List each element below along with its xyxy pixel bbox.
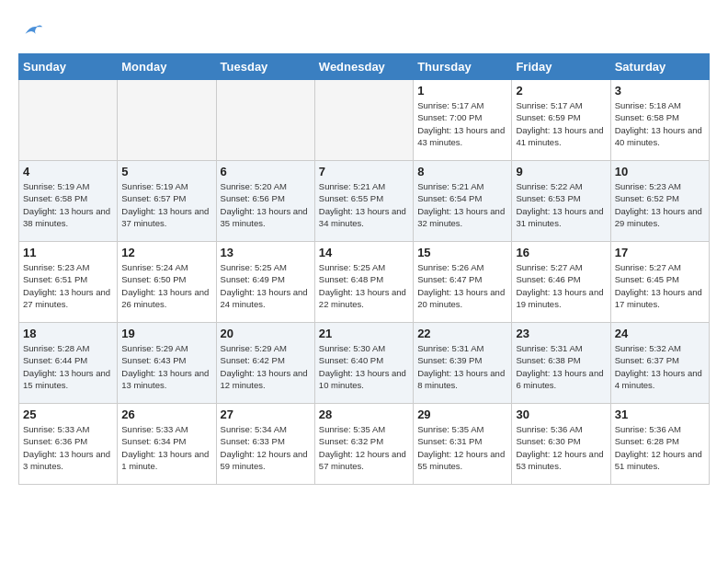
calendar-cell: 24Sunrise: 5:32 AM Sunset: 6:37 PM Dayli…	[610, 323, 709, 404]
day-number: 29	[417, 408, 507, 421]
day-number: 20	[221, 327, 311, 340]
day-number: 15	[417, 246, 507, 259]
day-number: 28	[319, 408, 409, 421]
calendar-cell: 3Sunrise: 5:18 AM Sunset: 6:58 PM Daylig…	[610, 80, 709, 161]
calendar-day-header: Friday	[512, 54, 610, 80]
day-number: 13	[221, 246, 311, 259]
day-info: Sunrise: 5:17 AM Sunset: 7:00 PM Dayligh…	[417, 99, 507, 148]
day-info: Sunrise: 5:27 AM Sunset: 6:46 PM Dayligh…	[516, 261, 606, 310]
day-info: Sunrise: 5:32 AM Sunset: 6:37 PM Dayligh…	[615, 342, 705, 391]
calendar-cell: 15Sunrise: 5:26 AM Sunset: 6:47 PM Dayli…	[414, 242, 512, 323]
day-info: Sunrise: 5:29 AM Sunset: 6:43 PM Dayligh…	[121, 342, 211, 391]
calendar-cell: 27Sunrise: 5:34 AM Sunset: 6:33 PM Dayli…	[216, 404, 314, 485]
day-info: Sunrise: 5:34 AM Sunset: 6:33 PM Dayligh…	[221, 423, 311, 472]
calendar-day-header: Thursday	[414, 54, 512, 80]
calendar-week-row: 11Sunrise: 5:23 AM Sunset: 6:51 PM Dayli…	[19, 242, 710, 323]
day-number: 10	[615, 165, 705, 178]
day-info: Sunrise: 5:25 AM Sunset: 6:48 PM Dayligh…	[319, 261, 409, 310]
day-info: Sunrise: 5:21 AM Sunset: 6:54 PM Dayligh…	[417, 180, 507, 229]
calendar-week-row: 18Sunrise: 5:28 AM Sunset: 6:44 PM Dayli…	[19, 323, 710, 404]
day-number: 19	[121, 327, 211, 340]
calendar-cell: 26Sunrise: 5:33 AM Sunset: 6:34 PM Dayli…	[118, 404, 216, 485]
day-number: 9	[516, 165, 606, 178]
calendar-cell: 30Sunrise: 5:36 AM Sunset: 6:30 PM Dayli…	[512, 404, 610, 485]
day-info: Sunrise: 5:28 AM Sunset: 6:44 PM Dayligh…	[23, 342, 113, 391]
day-number: 4	[23, 165, 113, 178]
calendar-cell: 5Sunrise: 5:19 AM Sunset: 6:57 PM Daylig…	[118, 161, 216, 242]
calendar-cell: 31Sunrise: 5:36 AM Sunset: 6:28 PM Dayli…	[610, 404, 709, 485]
calendar-cell	[216, 80, 314, 161]
day-info: Sunrise: 5:33 AM Sunset: 6:34 PM Dayligh…	[121, 423, 211, 472]
day-number: 5	[121, 165, 211, 178]
calendar-cell: 10Sunrise: 5:23 AM Sunset: 6:52 PM Dayli…	[610, 161, 709, 242]
day-number: 18	[23, 327, 113, 340]
calendar-cell: 6Sunrise: 5:20 AM Sunset: 6:56 PM Daylig…	[216, 161, 314, 242]
calendar-week-row: 1Sunrise: 5:17 AM Sunset: 7:00 PM Daylig…	[19, 80, 710, 161]
calendar-day-header: Tuesday	[216, 54, 314, 80]
calendar-cell: 20Sunrise: 5:29 AM Sunset: 6:42 PM Dayli…	[216, 323, 314, 404]
calendar-cell	[118, 80, 216, 161]
calendar-cell: 2Sunrise: 5:17 AM Sunset: 6:59 PM Daylig…	[512, 80, 610, 161]
day-number: 7	[319, 165, 409, 178]
day-number: 23	[516, 327, 606, 340]
day-info: Sunrise: 5:23 AM Sunset: 6:51 PM Dayligh…	[23, 261, 113, 310]
day-info: Sunrise: 5:22 AM Sunset: 6:53 PM Dayligh…	[516, 180, 606, 229]
calendar-cell	[314, 80, 413, 161]
day-info: Sunrise: 5:19 AM Sunset: 6:57 PM Dayligh…	[121, 180, 211, 229]
calendar-cell: 7Sunrise: 5:21 AM Sunset: 6:55 PM Daylig…	[314, 161, 413, 242]
day-number: 21	[319, 327, 409, 340]
calendar-day-header: Sunday	[19, 54, 118, 80]
day-info: Sunrise: 5:21 AM Sunset: 6:55 PM Dayligh…	[319, 180, 409, 229]
logo-icon	[18, 18, 44, 44]
day-number: 31	[615, 408, 705, 421]
day-info: Sunrise: 5:25 AM Sunset: 6:49 PM Dayligh…	[221, 261, 311, 310]
calendar-cell: 17Sunrise: 5:27 AM Sunset: 6:45 PM Dayli…	[610, 242, 709, 323]
calendar-cell: 28Sunrise: 5:35 AM Sunset: 6:32 PM Dayli…	[314, 404, 413, 485]
day-number: 24	[615, 327, 705, 340]
day-info: Sunrise: 5:23 AM Sunset: 6:52 PM Dayligh…	[615, 180, 705, 229]
day-info: Sunrise: 5:35 AM Sunset: 6:31 PM Dayligh…	[417, 423, 507, 472]
day-info: Sunrise: 5:27 AM Sunset: 6:45 PM Dayligh…	[615, 261, 705, 310]
calendar-cell: 16Sunrise: 5:27 AM Sunset: 6:46 PM Dayli…	[512, 242, 610, 323]
calendar-cell: 22Sunrise: 5:31 AM Sunset: 6:39 PM Dayli…	[414, 323, 512, 404]
day-number: 3	[615, 84, 705, 98]
calendar-cell: 8Sunrise: 5:21 AM Sunset: 6:54 PM Daylig…	[414, 161, 512, 242]
day-info: Sunrise: 5:33 AM Sunset: 6:36 PM Dayligh…	[23, 423, 113, 472]
day-number: 22	[417, 327, 507, 340]
day-info: Sunrise: 5:30 AM Sunset: 6:40 PM Dayligh…	[319, 342, 409, 391]
calendar-cell: 4Sunrise: 5:19 AM Sunset: 6:58 PM Daylig…	[19, 161, 118, 242]
calendar-cell: 14Sunrise: 5:25 AM Sunset: 6:48 PM Dayli…	[314, 242, 413, 323]
day-number: 30	[516, 408, 606, 421]
day-number: 8	[417, 165, 507, 178]
day-number: 1	[417, 84, 507, 98]
calendar-cell: 25Sunrise: 5:33 AM Sunset: 6:36 PM Dayli…	[19, 404, 118, 485]
day-info: Sunrise: 5:29 AM Sunset: 6:42 PM Dayligh…	[221, 342, 311, 391]
logo	[18, 18, 48, 44]
calendar-day-header: Saturday	[610, 54, 709, 80]
day-number: 16	[516, 246, 606, 259]
calendar-day-header: Monday	[118, 54, 216, 80]
calendar-cell: 12Sunrise: 5:24 AM Sunset: 6:50 PM Dayli…	[118, 242, 216, 323]
day-number: 14	[319, 246, 409, 259]
day-info: Sunrise: 5:36 AM Sunset: 6:28 PM Dayligh…	[615, 423, 705, 472]
calendar-cell: 19Sunrise: 5:29 AM Sunset: 6:43 PM Dayli…	[118, 323, 216, 404]
day-number: 11	[23, 246, 113, 259]
calendar-cell: 13Sunrise: 5:25 AM Sunset: 6:49 PM Dayli…	[216, 242, 314, 323]
day-number: 6	[221, 165, 311, 178]
day-info: Sunrise: 5:19 AM Sunset: 6:58 PM Dayligh…	[23, 180, 113, 229]
calendar-cell: 11Sunrise: 5:23 AM Sunset: 6:51 PM Dayli…	[19, 242, 118, 323]
calendar-cell	[19, 80, 118, 161]
calendar-day-header: Wednesday	[314, 54, 413, 80]
day-number: 17	[615, 246, 705, 259]
day-info: Sunrise: 5:26 AM Sunset: 6:47 PM Dayligh…	[417, 261, 507, 310]
day-info: Sunrise: 5:24 AM Sunset: 6:50 PM Dayligh…	[121, 261, 211, 310]
day-number: 2	[516, 84, 606, 98]
calendar-cell: 18Sunrise: 5:28 AM Sunset: 6:44 PM Dayli…	[19, 323, 118, 404]
day-info: Sunrise: 5:31 AM Sunset: 6:39 PM Dayligh…	[417, 342, 507, 391]
calendar-cell: 21Sunrise: 5:30 AM Sunset: 6:40 PM Dayli…	[314, 323, 413, 404]
calendar-cell: 9Sunrise: 5:22 AM Sunset: 6:53 PM Daylig…	[512, 161, 610, 242]
day-number: 25	[23, 408, 113, 421]
page-header	[18, 18, 710, 44]
calendar-cell: 23Sunrise: 5:31 AM Sunset: 6:38 PM Dayli…	[512, 323, 610, 404]
day-info: Sunrise: 5:18 AM Sunset: 6:58 PM Dayligh…	[615, 99, 705, 148]
